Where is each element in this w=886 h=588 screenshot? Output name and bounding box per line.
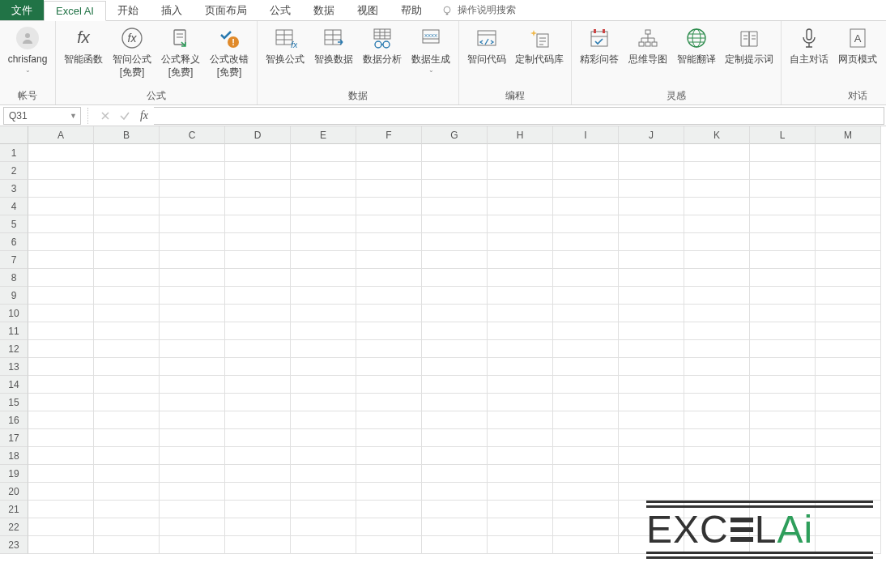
cell[interactable] <box>750 358 816 376</box>
row-header-2[interactable]: 2 <box>0 162 28 180</box>
cell[interactable] <box>28 180 94 198</box>
cell[interactable] <box>684 305 750 322</box>
cell[interactable] <box>422 501 488 518</box>
swap-data-button[interactable]: 智换数据 <box>313 24 355 66</box>
cell[interactable] <box>488 501 553 518</box>
cell[interactable] <box>488 144 553 162</box>
cell[interactable] <box>225 411 291 429</box>
cell[interactable] <box>225 483 291 501</box>
cell[interactable] <box>619 180 684 198</box>
row-header-19[interactable]: 19 <box>0 465 28 483</box>
cell[interactable] <box>225 269 291 287</box>
cell[interactable] <box>750 376 816 394</box>
cell[interactable] <box>291 251 356 269</box>
cell[interactable] <box>291 483 356 501</box>
cell[interactable] <box>94 233 160 251</box>
cell[interactable] <box>422 287 488 305</box>
cell[interactable] <box>750 269 816 287</box>
cell[interactable] <box>553 447 619 465</box>
row-header-16[interactable]: 16 <box>0 411 28 429</box>
cell[interactable] <box>94 144 160 162</box>
cell[interactable] <box>684 465 750 483</box>
cell[interactable] <box>94 287 160 305</box>
cell[interactable] <box>422 233 488 251</box>
cell[interactable] <box>28 340 94 358</box>
cell[interactable] <box>553 483 619 501</box>
cell[interactable] <box>356 269 422 287</box>
cell[interactable] <box>94 518 160 536</box>
row-header-23[interactable]: 23 <box>0 536 28 554</box>
cell[interactable] <box>488 269 553 287</box>
cell[interactable] <box>684 251 750 269</box>
cell[interactable] <box>225 501 291 518</box>
cell[interactable] <box>94 394 160 411</box>
cell[interactable] <box>94 376 160 394</box>
cell[interactable] <box>160 518 225 536</box>
cell[interactable] <box>291 180 356 198</box>
cell[interactable] <box>553 465 619 483</box>
cell[interactable] <box>553 144 619 162</box>
cell[interactable] <box>160 465 225 483</box>
cell[interactable] <box>422 251 488 269</box>
cell[interactable] <box>225 233 291 251</box>
cell[interactable] <box>422 429 488 447</box>
cell[interactable] <box>750 447 816 465</box>
cell[interactable] <box>160 198 225 215</box>
cell[interactable] <box>553 501 619 518</box>
cell[interactable] <box>160 447 225 465</box>
insert-function-button[interactable]: fx <box>134 107 154 125</box>
cell[interactable] <box>160 411 225 429</box>
tab-file[interactable]: 文件 <box>0 0 44 20</box>
tab-start[interactable]: 开始 <box>106 0 150 20</box>
row-header-17[interactable]: 17 <box>0 429 28 447</box>
cell[interactable] <box>750 305 816 322</box>
cell[interactable] <box>225 215 291 233</box>
cell[interactable] <box>291 233 356 251</box>
cell[interactable] <box>619 340 684 358</box>
cell[interactable] <box>160 322 225 340</box>
cell[interactable] <box>356 340 422 358</box>
cell[interactable] <box>619 429 684 447</box>
cell[interactable] <box>160 144 225 162</box>
cell[interactable] <box>225 447 291 465</box>
cell[interactable] <box>94 305 160 322</box>
cell[interactable] <box>488 465 553 483</box>
row-header-3[interactable]: 3 <box>0 180 28 198</box>
cell[interactable] <box>684 340 750 358</box>
cell[interactable] <box>488 215 553 233</box>
cell[interactable] <box>291 501 356 518</box>
fix-formula-button[interactable]: ! 公式改错 [免费] <box>208 24 250 79</box>
web-mode-button[interactable]: A 网页模式 <box>837 24 879 66</box>
cell[interactable] <box>619 305 684 322</box>
cell[interactable] <box>816 269 881 287</box>
cell[interactable] <box>750 233 816 251</box>
cell[interactable] <box>684 394 750 411</box>
cell[interactable] <box>488 429 553 447</box>
cell[interactable] <box>28 198 94 215</box>
cell[interactable] <box>291 287 356 305</box>
cell[interactable] <box>684 144 750 162</box>
formula-input[interactable] <box>154 107 884 125</box>
col-header-J[interactable]: J <box>619 126 684 144</box>
row-header-12[interactable]: 12 <box>0 340 28 358</box>
qa-button[interactable]: 精彩问答 <box>578 24 620 66</box>
cell[interactable] <box>553 394 619 411</box>
cell[interactable] <box>291 376 356 394</box>
cell[interactable] <box>488 233 553 251</box>
cell[interactable] <box>291 340 356 358</box>
cell[interactable] <box>291 144 356 162</box>
name-box[interactable]: Q31 ▼ <box>3 107 81 125</box>
cell[interactable] <box>291 269 356 287</box>
cell[interactable] <box>553 411 619 429</box>
cell[interactable] <box>816 233 881 251</box>
cell[interactable] <box>28 518 94 536</box>
code-library-button[interactable]: 定制代码库 <box>514 24 564 66</box>
cell[interactable] <box>356 483 422 501</box>
cell[interactable] <box>28 144 94 162</box>
cell[interactable] <box>356 501 422 518</box>
cell[interactable] <box>225 322 291 340</box>
cell[interactable] <box>356 322 422 340</box>
cell[interactable] <box>356 287 422 305</box>
col-header-G[interactable]: G <box>422 126 488 144</box>
tab-layout[interactable]: 页面布局 <box>194 0 258 20</box>
